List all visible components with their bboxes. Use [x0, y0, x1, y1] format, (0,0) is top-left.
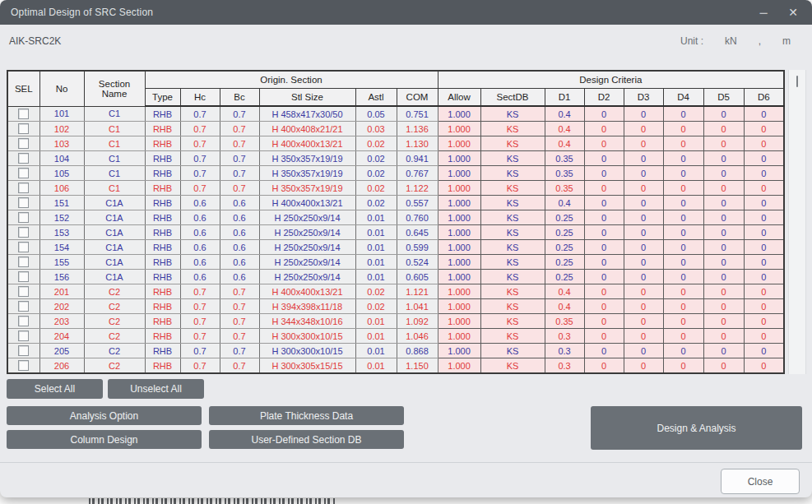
cell-d4[interactable]: 0: [663, 299, 703, 314]
design-and-analysis-button[interactable]: Design & Analysis: [591, 406, 802, 450]
cell-d1[interactable]: 0.4: [545, 136, 584, 151]
cell-d3[interactable]: 0: [624, 136, 663, 151]
cell-type[interactable]: RHB: [145, 225, 180, 240]
row-select-checkbox[interactable]: [18, 331, 29, 341]
cell-d4[interactable]: 0: [663, 136, 703, 151]
cell-d4[interactable]: 0: [663, 181, 703, 196]
cell-allow[interactable]: 1.000: [438, 225, 480, 240]
cell-allow[interactable]: 1.000: [438, 106, 480, 122]
cell-d1[interactable]: 0.25: [545, 225, 584, 240]
cell-astl[interactable]: 0.02: [355, 136, 397, 151]
cell-name[interactable]: C1A: [84, 225, 145, 240]
cell-d3[interactable]: 0: [624, 299, 663, 314]
cell-type[interactable]: RHB: [145, 151, 180, 166]
cell-com[interactable]: 1.046: [397, 329, 438, 344]
cell-hc[interactable]: 0.7: [180, 122, 220, 136]
cell-d6[interactable]: 0: [744, 329, 784, 344]
cell-d2[interactable]: 0: [584, 196, 624, 210]
cell-d1[interactable]: 0.3: [545, 344, 584, 358]
cell-type[interactable]: RHB: [145, 136, 180, 151]
cell-no[interactable]: 204: [39, 329, 84, 344]
cell-d5[interactable]: 0: [703, 270, 744, 284]
cell-com[interactable]: 0.605: [397, 270, 438, 284]
row-select-checkbox[interactable]: [18, 316, 29, 326]
cell-allow[interactable]: 1.000: [438, 314, 480, 329]
cell-d6[interactable]: 0: [744, 270, 784, 284]
cell-d2[interactable]: 0: [584, 151, 624, 166]
cell-d3[interactable]: 0: [624, 270, 663, 284]
cell-d6[interactable]: 0: [744, 151, 784, 166]
cell-d5[interactable]: 0: [703, 314, 744, 329]
cell-sectdb[interactable]: KS: [480, 210, 545, 225]
cell-bc[interactable]: 0.6: [220, 196, 259, 210]
cell-no[interactable]: 151: [39, 196, 84, 210]
cell-name[interactable]: C1: [84, 122, 145, 136]
cell-d1[interactable]: 0.25: [545, 255, 584, 270]
select-all-button[interactable]: Select All: [7, 379, 103, 399]
row-select-checkbox[interactable]: [18, 360, 29, 371]
row-select-checkbox[interactable]: [18, 197, 29, 208]
cell-bc[interactable]: 0.7: [220, 344, 259, 358]
cell-type[interactable]: RHB: [145, 314, 180, 329]
cell-d3[interactable]: 0: [624, 255, 663, 270]
unselect-all-button[interactable]: Unselect All: [108, 379, 204, 399]
cell-d4[interactable]: 0: [663, 106, 703, 122]
cell-allow[interactable]: 1.000: [438, 270, 480, 284]
cell-name[interactable]: C2: [84, 299, 145, 314]
cell-type[interactable]: RHB: [145, 181, 180, 196]
cell-stl[interactable]: H 300x305x15/15: [259, 358, 355, 374]
cell-d3[interactable]: 0: [624, 151, 663, 166]
cell-d4[interactable]: 0: [663, 166, 703, 181]
cell-d2[interactable]: 0: [584, 166, 624, 181]
cell-astl[interactable]: 0.01: [355, 270, 397, 284]
cell-type[interactable]: RHB: [145, 210, 180, 225]
cell-d3[interactable]: 0: [624, 225, 663, 240]
cell-sectdb[interactable]: KS: [480, 329, 545, 344]
cell-bc[interactable]: 0.7: [220, 181, 259, 196]
cell-com[interactable]: 1.130: [397, 136, 438, 151]
row-select-checkbox[interactable]: [18, 257, 29, 267]
cell-d6[interactable]: 0: [744, 181, 784, 196]
cell-d6[interactable]: 0: [744, 284, 784, 299]
cell-sectdb[interactable]: KS: [480, 299, 545, 314]
cell-d4[interactable]: 0: [663, 329, 703, 344]
cell-stl[interactable]: H 250x250x9/14: [259, 240, 355, 255]
cell-astl[interactable]: 0.02: [355, 196, 397, 210]
cell-astl[interactable]: 0.02: [355, 151, 397, 166]
cell-hc[interactable]: 0.6: [180, 270, 220, 284]
cell-name[interactable]: C1A: [84, 196, 145, 210]
cell-hc[interactable]: 0.7: [180, 136, 220, 151]
cell-d6[interactable]: 0: [744, 166, 784, 181]
cell-d1[interactable]: 0.25: [545, 210, 584, 225]
cell-type[interactable]: RHB: [145, 196, 180, 210]
cell-d2[interactable]: 0: [584, 225, 624, 240]
cell-sectdb[interactable]: KS: [480, 196, 545, 210]
row-select-checkbox[interactable]: [18, 138, 29, 149]
cell-d5[interactable]: 0: [703, 255, 744, 270]
cell-com[interactable]: 0.557: [397, 196, 438, 210]
cell-hc[interactable]: 0.7: [180, 344, 220, 358]
cell-d4[interactable]: 0: [663, 270, 703, 284]
cell-d4[interactable]: 0: [663, 225, 703, 240]
cell-hc[interactable]: 0.6: [180, 240, 220, 255]
plate-thickness-data-button[interactable]: Plate Thickness Data: [209, 406, 404, 425]
cell-astl[interactable]: 0.01: [355, 358, 397, 374]
cell-d6[interactable]: 0: [744, 136, 784, 151]
cell-allow[interactable]: 1.000: [438, 240, 480, 255]
cell-d4[interactable]: 0: [663, 151, 703, 166]
cell-type[interactable]: RHB: [145, 284, 180, 299]
cell-d3[interactable]: 0: [624, 196, 663, 210]
cell-astl[interactable]: 0.01: [355, 240, 397, 255]
cell-d6[interactable]: 0: [744, 122, 784, 136]
cell-hc[interactable]: 0.7: [180, 181, 220, 196]
cell-no[interactable]: 152: [39, 210, 84, 225]
cell-com[interactable]: 0.751: [397, 106, 438, 122]
cell-name[interactable]: C1: [84, 136, 145, 151]
cell-no[interactable]: 102: [39, 122, 84, 136]
cell-hc[interactable]: 0.7: [180, 329, 220, 344]
cell-sectdb[interactable]: KS: [480, 344, 545, 358]
cell-astl[interactable]: 0.01: [355, 329, 397, 344]
cell-name[interactable]: C1A: [84, 255, 145, 270]
cell-com[interactable]: 0.645: [397, 225, 438, 240]
cell-type[interactable]: RHB: [145, 166, 180, 181]
